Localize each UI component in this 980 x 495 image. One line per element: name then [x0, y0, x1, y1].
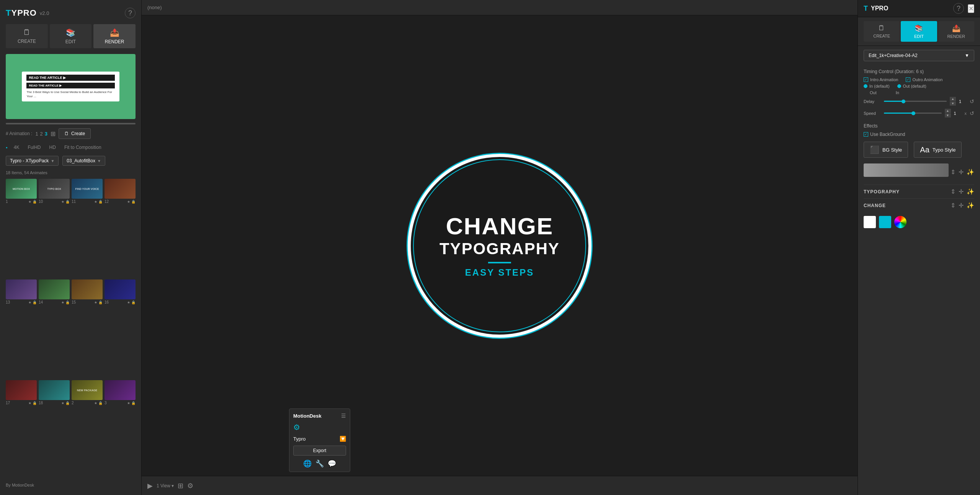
list-item[interactable]: TYPO BOX 10★ 🔒: [39, 179, 70, 278]
list-item[interactable]: 16★ 🔒: [105, 279, 136, 378]
zoom-dropdown[interactable]: 1 View ▾: [157, 483, 174, 488]
right-render-icon: 📤: [952, 24, 960, 33]
version-text: v2.0: [40, 10, 49, 16]
anim-num-3[interactable]: 3: [45, 131, 47, 137]
motiondesk-title: MotionDesk: [293, 413, 322, 419]
tab-render[interactable]: 📤 RENDER: [93, 24, 136, 48]
motiondesk-menu-icon[interactable]: ☰: [341, 413, 346, 419]
list-item[interactable]: 18★ 🔒: [39, 380, 70, 479]
outro-checkbox[interactable]: ✓: [906, 77, 910, 82]
preset-dropdown[interactable]: Edit_1k+Creative-04-A2 ▼: [864, 50, 974, 61]
in-label: In (default): [869, 84, 890, 88]
list-item[interactable]: FIND YOUR VOICE 11★ 🔒: [72, 179, 103, 278]
typro-filter-icon[interactable]: 🔽: [340, 436, 346, 442]
help-button[interactable]: ?: [125, 8, 136, 18]
bg-style-button[interactable]: ⬛ BG Style: [864, 142, 908, 158]
right-help-button[interactable]: ?: [953, 3, 964, 14]
right-tab-create[interactable]: 🗒 CREATE: [864, 21, 900, 42]
animation-label: # Animation :: [6, 131, 32, 136]
out-radio[interactable]: Out: [864, 90, 877, 95]
swatch-white[interactable]: [864, 216, 876, 228]
typography-label: TYPOGRAPHY: [864, 189, 900, 194]
fit-icon[interactable]: ⊞: [178, 482, 183, 490]
grid-icon[interactable]: ⊞: [51, 130, 56, 137]
typo-wand-icon[interactable]: ✨: [967, 188, 974, 195]
list-item[interactable]: 17★ 🔒: [6, 380, 37, 479]
right-close-button[interactable]: ✕: [968, 4, 974, 13]
autofit-dropdown[interactable]: 03_AutofitBox ▼: [62, 156, 105, 166]
use-bg-row: ✓ Use BackGround: [864, 132, 974, 137]
delay-down[interactable]: ▼: [950, 101, 956, 106]
export-button[interactable]: Export: [293, 446, 346, 456]
wand-icon[interactable]: ✨: [967, 168, 974, 176]
delay-reset[interactable]: ↺: [970, 98, 974, 105]
res-fit[interactable]: Fit to Composition: [62, 144, 104, 151]
res-fulhd[interactable]: FulHD: [26, 144, 43, 151]
preview-scrollbar[interactable]: [6, 123, 136, 124]
typo-move-icon[interactable]: ✛: [959, 188, 964, 195]
tools-icon[interactable]: 🔧: [315, 459, 324, 468]
dropdown-row: Typro - XTypoPack ▼ 03_AutofitBox ▼: [6, 156, 136, 166]
intro-checkbox[interactable]: ✓: [864, 77, 868, 82]
right-tab-edit[interactable]: 📚 EDIT: [901, 21, 937, 42]
list-item[interactable]: 12★ 🔒: [105, 179, 136, 278]
list-item[interactable]: 15★ 🔒: [72, 279, 103, 378]
out-default-radio-btn[interactable]: [897, 84, 901, 88]
color-bar-controls: ⇕ ✛ ✨: [951, 168, 974, 176]
swatch-teal[interactable]: [879, 216, 891, 228]
speed-up[interactable]: ▲: [945, 109, 951, 113]
settings-icon[interactable]: ⚙: [187, 482, 193, 490]
list-item[interactable]: MOTION BOX 1★ 🔒: [6, 179, 37, 278]
typo-expand-icon[interactable]: ⇕: [951, 188, 956, 195]
res-hd[interactable]: HD: [47, 144, 58, 151]
typopack-dropdown[interactable]: Typro - XTypoPack ▼: [6, 156, 59, 166]
anim-num-2[interactable]: 2: [40, 131, 43, 137]
change-move-icon[interactable]: ✛: [959, 202, 964, 209]
create-button[interactable]: 🗒 Create: [59, 128, 91, 139]
change-label: CHANGE: [864, 203, 886, 208]
in-out-radio-row: In (default) Out (default): [864, 84, 974, 88]
expand-icon[interactable]: ⇕: [951, 168, 956, 176]
speed-slider[interactable]: [884, 113, 942, 114]
delay-stepper[interactable]: ▲ ▼: [950, 97, 956, 106]
anim-num-1[interactable]: 1: [35, 131, 38, 137]
color-picker-icon[interactable]: [894, 216, 906, 228]
delay-thumb[interactable]: [902, 100, 905, 103]
move-icon[interactable]: ✛: [959, 168, 964, 176]
in2-radio[interactable]: In: [884, 90, 899, 95]
typo-style-button[interactable]: Aa Typo Style: [914, 142, 962, 158]
tab-create-label: CREATE: [18, 39, 36, 44]
in-radio-btn[interactable]: [864, 84, 867, 88]
list-item[interactable]: 13★ 🔒: [6, 279, 37, 378]
use-bg-checkbox[interactable]: ✓: [864, 132, 868, 137]
right-tab-render[interactable]: 📤 RENDER: [938, 21, 974, 42]
globe-icon[interactable]: 🌐: [303, 459, 312, 468]
animation-section: # Animation : 1 2 3 ⊞ 🗒 Create: [6, 128, 136, 139]
out-default-label: Out (default): [903, 84, 926, 88]
res-4k[interactable]: 4K: [11, 144, 22, 151]
speed-stepper[interactable]: ▲ ▼: [945, 109, 951, 118]
list-item[interactable]: NEW PACKAGE 2★ 🔒: [72, 380, 103, 479]
canvas-area: (none) CHANGE TYPOGRAPHY EASY STEPS Moti…: [142, 0, 858, 495]
outro-animation-check[interactable]: ✓ Outro Animation: [906, 77, 942, 82]
in-radio[interactable]: In (default): [864, 84, 890, 88]
out-default-radio[interactable]: Out (default): [897, 84, 926, 88]
change-expand-icon[interactable]: ⇕: [951, 202, 956, 209]
chat-icon[interactable]: 💬: [328, 459, 336, 468]
play-btn[interactable]: ▶: [147, 482, 153, 490]
list-item[interactable]: 3★ 🔒: [105, 380, 136, 479]
delay-up[interactable]: ▲: [950, 97, 956, 101]
bg-style-label: BG Style: [882, 147, 902, 153]
logo-text: TYPRO: [6, 8, 37, 18]
tab-edit[interactable]: 📚 EDIT: [50, 24, 92, 48]
list-item[interactable]: 14★ 🔒: [39, 279, 70, 378]
speed-reset[interactable]: ↺: [970, 110, 974, 116]
speed-down[interactable]: ▼: [945, 113, 951, 118]
tab-create[interactable]: 🗒 CREATE: [6, 24, 48, 48]
effects-section: Effects ✓ Use BackGround ⬛ BG Style Aa T…: [864, 123, 974, 158]
speed-thumb[interactable]: [911, 111, 915, 115]
delay-slider[interactable]: [884, 101, 947, 102]
intro-animation-check[interactable]: ✓ Intro Animation: [864, 77, 898, 82]
change-wand-icon[interactable]: ✨: [967, 202, 974, 209]
motiondesk-typro-row: Typro 🔽: [293, 436, 346, 442]
